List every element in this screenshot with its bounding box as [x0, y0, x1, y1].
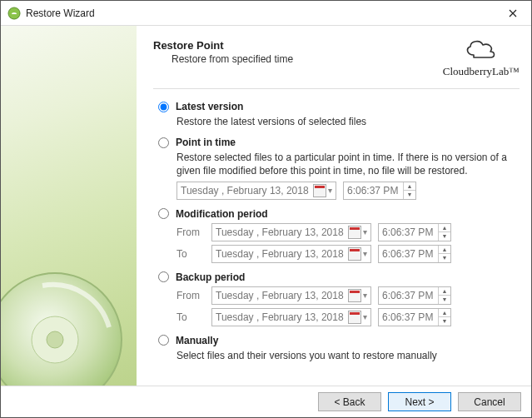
radio-backup-period[interactable] [158, 271, 169, 282]
mod-from-label: From [177, 226, 205, 238]
time-spinner[interactable]: ▲▼ [438, 287, 450, 304]
mod-to-date-value: Tuesday , February 13, 2018 [216, 248, 344, 260]
cancel-button[interactable]: Cancel [458, 392, 521, 411]
calendar-icon [348, 289, 361, 302]
window-title: Restore Wizard [26, 7, 95, 19]
disc-illustration [1, 269, 126, 386]
mod-from-time-picker[interactable]: 6:06:37 PM ▲▼ [378, 223, 451, 241]
back-button[interactable]: < Back [318, 392, 381, 411]
cloud-icon [462, 36, 500, 61]
mod-to-date-picker[interactable]: Tuesday , February 13, 2018 ▾ [211, 245, 371, 263]
next-button[interactable]: Next > [388, 392, 451, 411]
bak-from-time-value: 6:06:37 PM [382, 290, 433, 301]
page-title: Restore Point [153, 39, 443, 52]
chevron-down-icon: ▾ [363, 227, 367, 236]
chevron-down-icon: ▾ [363, 312, 367, 321]
time-spinner[interactable]: ▲▼ [438, 246, 450, 262]
calendar-icon [313, 184, 326, 197]
bak-to-time-value: 6:06:37 PM [382, 311, 433, 323]
brand-logo: CloudberryLab™ [443, 36, 520, 78]
mod-from-time-value: 6:06:37 PM [382, 226, 433, 238]
wizard-content: Restore Point Restore from specified tim… [137, 26, 531, 386]
bak-to-date-value: Tuesday , February 13, 2018 [216, 311, 344, 323]
page-subtitle: Restore from specified time [172, 53, 443, 65]
svg-point-3 [47, 331, 63, 348]
label-point-in-time[interactable]: Point in time [176, 137, 236, 148]
radio-modification-period[interactable] [158, 208, 169, 219]
bak-to-time-picker[interactable]: 6:06:37 PM ▲▼ [378, 308, 451, 326]
chevron-down-icon: ▾ [363, 291, 367, 300]
mod-from-date-picker[interactable]: Tuesday , February 13, 2018 ▾ [211, 223, 371, 241]
bak-to-date-picker[interactable]: Tuesday , February 13, 2018 ▾ [211, 308, 371, 326]
pit-date-picker[interactable]: Tuesday , February 13, 2018 ▾ [177, 182, 336, 200]
radio-point-in-time[interactable] [158, 137, 169, 148]
bak-from-date-picker[interactable]: Tuesday , February 13, 2018 ▾ [211, 286, 371, 305]
bak-from-time-picker[interactable]: 6:06:37 PM ▲▼ [378, 286, 451, 305]
bak-from-date-value: Tuesday , February 13, 2018 [216, 290, 344, 301]
pit-time-value: 6:06:37 PM [347, 185, 398, 197]
mod-to-time-picker[interactable]: 6:06:37 PM ▲▼ [378, 245, 451, 263]
label-modification-period[interactable]: Modification period [176, 208, 268, 220]
chevron-down-icon: ▾ [328, 186, 332, 195]
close-button[interactable] [494, 1, 531, 26]
label-manually[interactable]: Manually [176, 335, 218, 346]
desc-manually: Select files and their versions you want… [177, 349, 520, 362]
brand-name: CloudberryLab™ [443, 65, 520, 78]
app-icon [7, 7, 21, 20]
mod-to-label: To [177, 248, 205, 260]
title-bar: Restore Wizard [1, 1, 531, 26]
calendar-icon [348, 311, 361, 324]
calendar-icon [348, 226, 361, 239]
mod-from-date-value: Tuesday , February 13, 2018 [216, 226, 344, 238]
time-spinner[interactable]: ▲▼ [438, 309, 450, 326]
label-latest-version[interactable]: Latest version [176, 101, 243, 112]
label-backup-period[interactable]: Backup period [176, 271, 245, 283]
time-spinner[interactable]: ▲▼ [438, 224, 450, 241]
wizard-sidebar [1, 26, 137, 386]
desc-point-in-time: Restore selected files to a particular p… [177, 151, 520, 177]
bak-from-label: From [177, 290, 205, 301]
radio-latest-version[interactable] [158, 102, 169, 112]
desc-latest-version: Restore the latest versions of selected … [177, 115, 520, 128]
bak-to-label: To [177, 311, 205, 323]
close-icon [509, 9, 517, 17]
time-spinner[interactable]: ▲▼ [403, 182, 415, 199]
chevron-down-icon: ▾ [363, 249, 367, 258]
calendar-icon [348, 247, 361, 261]
wizard-footer: < Back Next > Cancel [1, 386, 531, 417]
divider [153, 88, 520, 89]
pit-time-picker[interactable]: 6:06:37 PM ▲▼ [343, 182, 416, 200]
pit-date-value: Tuesday , February 13, 2018 [181, 185, 309, 197]
radio-manually[interactable] [158, 335, 169, 346]
mod-to-time-value: 6:06:37 PM [382, 248, 433, 260]
